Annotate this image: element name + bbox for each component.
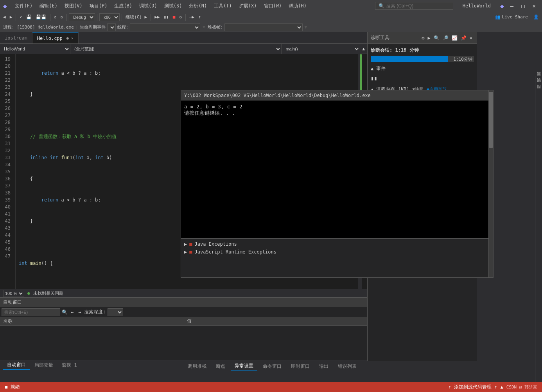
menu-window[interactable]: 窗口(W) — [261, 2, 285, 10]
side-tool-1[interactable]: 测试 — [536, 77, 542, 81]
pause-btn[interactable]: ▮▮ — [162, 14, 170, 20]
lifecycle-dropdown[interactable] — [107, 23, 116, 31]
live-share-button[interactable]: 👥 Live Share — [492, 14, 531, 20]
expand-icon-2[interactable]: ▶ — [184, 249, 187, 255]
live-share-icon: 👥 — [495, 14, 501, 20]
close-button[interactable]: ✕ — [529, 2, 539, 10]
stop-btn[interactable]: ■ — [171, 14, 177, 20]
diag-header: 诊断工具 ⚙ ▶ 🔍 🔎 📈 📌 ✕ — [368, 32, 477, 44]
tab-breakpoints[interactable]: 断点 — [212, 362, 229, 371]
diag-settings-icon[interactable]: ⚙ — [420, 35, 426, 41]
exception-list: ▶ ■ Java Exceptions ▶ ■ JavaScript Runti… — [181, 239, 493, 257]
menu-debug[interactable]: 调试(D) — [136, 2, 160, 10]
tab-immediate[interactable]: 即时窗口 — [287, 362, 314, 371]
save-all-btn[interactable]: 💾💾 — [34, 14, 48, 20]
depth-label: 搜索深度: — [84, 309, 106, 315]
code-toolbar-expand[interactable]: ▲ — [360, 46, 367, 51]
tab-close-icon[interactable]: ✕ — [71, 36, 74, 40]
scrollbar[interactable] — [488, 90, 493, 277]
tab-auto-window[interactable]: 自动窗口 — [3, 361, 30, 370]
diag-zoom-out-icon[interactable]: 🔎 — [441, 35, 450, 41]
step-out-btn[interactable]: ↑ — [197, 14, 203, 20]
nav-forward-btn[interactable]: → — [77, 309, 83, 315]
status-icon: ● — [27, 291, 30, 296]
diag-chart-icon[interactable]: 📈 — [450, 35, 459, 41]
nav-back-btn[interactable]: ← — [69, 309, 75, 315]
expand-icon-1[interactable]: ▶ — [184, 241, 187, 247]
side-toolbar: 测试 调试 图 — [535, 76, 542, 392]
diag-zoom-in-icon[interactable]: 🔍 — [432, 35, 441, 41]
menu-test[interactable]: 测试(S) — [161, 2, 185, 10]
exception-item-java: ▶ ■ Java Exceptions — [184, 240, 490, 248]
step-over-btn[interactable]: ▶▶ — [153, 14, 161, 20]
menu-view[interactable]: 视图(V) — [61, 2, 86, 10]
debug-config-dropdown[interactable]: Debug — [69, 13, 95, 21]
debug-bar: 进程: [15308] HelloWorld.exe | 生命周期事件 线程: … — [0, 22, 542, 32]
terminal-line-2: 请按任意键继续. . . — [184, 110, 490, 117]
maximize-button[interactable]: □ — [518, 2, 528, 10]
menu-file[interactable]: 文件(F) — [12, 2, 36, 10]
tab-watch1[interactable]: 监视 1 — [58, 361, 81, 369]
undo2-btn[interactable]: ↺ — [52, 14, 58, 20]
col-name: 名称 — [0, 317, 184, 326]
events-title[interactable]: ▲ 事件 — [371, 65, 474, 72]
search-icon: 🔍 — [379, 3, 384, 9]
restart-btn[interactable]: ↻ — [178, 14, 183, 20]
tab-command[interactable]: 命令窗口 — [259, 362, 285, 371]
forward-btn[interactable]: ▶ — [8, 14, 14, 20]
step-in-btn[interactable]: →▶ — [188, 14, 196, 20]
pause-icon[interactable]: ▮▮ — [371, 75, 377, 81]
menu-edit[interactable]: 编辑(E) — [36, 2, 61, 10]
continue-btn[interactable]: 继续(C) ▶ — [124, 13, 149, 21]
redo-btn[interactable]: ↻ — [59, 14, 65, 20]
namespace-dropdown[interactable]: HelloWorld — [0, 44, 70, 54]
callstack-label: 堆栈帧: — [208, 24, 223, 30]
tab-hello-cpp[interactable]: Hello.cpp ● ✕ — [32, 32, 79, 43]
tab-callstack[interactable]: 调用堆栈 — [184, 362, 210, 371]
diag-pin-icon[interactable]: 📌 — [459, 35, 468, 41]
function-dropdown[interactable]: main() — [282, 44, 360, 54]
live-share-label: Live Share — [502, 14, 528, 20]
terminal-line-1: a = 2, b = 3, c = 2 — [184, 104, 490, 110]
callstack-dropdown[interactable] — [224, 23, 303, 31]
source-control-icon[interactable]: ▲ — [500, 384, 503, 390]
menu-build[interactable]: 生成(B) — [111, 2, 135, 10]
terminal-window: Y:\002_WorkSpace\002_VS\HelloWorld\Hello… — [181, 90, 494, 278]
tab-exception-settings[interactable]: 异常设置 — [231, 361, 257, 371]
scrollbar-thumb[interactable] — [489, 92, 493, 148]
scope-dropdown[interactable]: (全局范围) — [70, 44, 282, 54]
process-label: 进程: [15308] HelloWorld.exe — [3, 24, 74, 30]
zoom-dropdown[interactable]: 100 % — [3, 290, 24, 297]
minimize-button[interactable]: — — [507, 2, 517, 10]
platform-dropdown[interactable]: x86 — [99, 13, 120, 21]
tab-iostream[interactable]: iostream — [0, 32, 32, 43]
back-btn[interactable]: ◀ — [2, 14, 7, 20]
tab-locals[interactable]: 局部变量 — [31, 361, 57, 369]
undo-btn[interactable]: ↶ — [18, 14, 24, 20]
search-input[interactable] — [386, 3, 445, 9]
menu-help[interactable]: 帮助(H) — [285, 2, 310, 10]
menu-tools[interactable]: 工具(T) — [211, 2, 235, 10]
tab-modified-icon: ● — [66, 36, 69, 40]
csdn-label: CSDN @ 韩骄亮 — [506, 384, 537, 390]
depth-dropdown[interactable] — [108, 308, 123, 316]
add-to-source-label[interactable]: ↑ 添加到源代码管理 ↑ — [449, 384, 497, 390]
side-tool-3[interactable]: 图 — [536, 90, 542, 93]
tab-hello-cpp-label: Hello.cpp — [37, 36, 63, 41]
status-bar: ■ 就绪 ↑ 添加到源代码管理 ↑ ▲ CSDN @ 韩骄亮 — [0, 382, 542, 392]
diag-close-icon[interactable]: ✕ — [468, 35, 474, 41]
tab-output[interactable]: 输出 — [315, 362, 332, 371]
auto-search-input[interactable] — [2, 308, 60, 316]
side-tool-2[interactable]: 调试 — [536, 84, 542, 87]
profile-btn[interactable]: 👤 — [532, 14, 540, 20]
tab-error-list[interactable]: 错误列表 — [334, 362, 361, 371]
search-box[interactable]: 🔍 — [375, 2, 453, 10]
menu-project[interactable]: 项目(P) — [86, 2, 111, 10]
status-label: 就绪 — [11, 384, 20, 390]
auto-window-header: 自动窗口 — [0, 298, 367, 307]
menu-analyze[interactable]: 分析(N) — [186, 2, 210, 10]
menu-extensions[interactable]: 扩展(X) — [236, 2, 260, 10]
save-btn[interactable]: 💾 — [25, 14, 33, 20]
thread-dropdown[interactable] — [130, 23, 200, 31]
diag-export-icon[interactable]: ▶ — [426, 35, 432, 41]
